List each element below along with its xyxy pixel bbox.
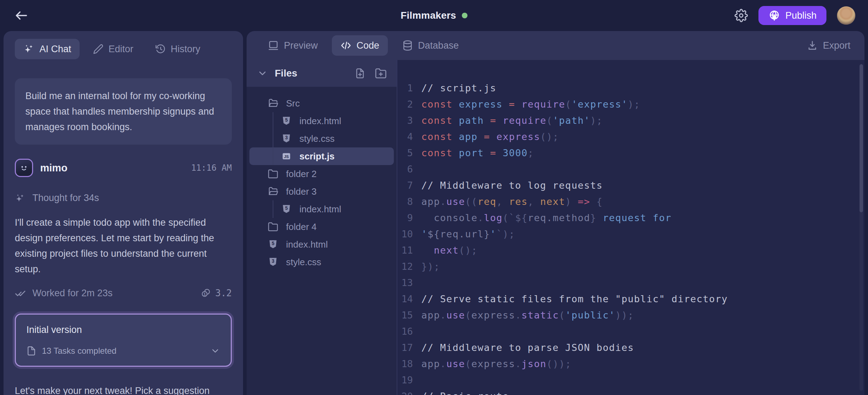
version-card[interactable]: Initial version 13 Tasks completed [15, 314, 232, 367]
file-tree-item[interactable]: 5index.html [249, 112, 394, 130]
new-folder-button[interactable] [375, 67, 387, 79]
workspace-panel: Preview Code Database Export [247, 31, 864, 395]
publish-button[interactable]: Publish [758, 6, 826, 25]
code-line: 7// Middleware to log requests [397, 177, 864, 193]
code-line: 16 [397, 323, 864, 339]
agent-response: I'll create a simple todo app with the s… [15, 215, 228, 277]
svg-text:1: 1 [204, 292, 206, 296]
database-icon [402, 40, 413, 51]
code-line: 10'${req.url}'`); [397, 226, 864, 242]
code-line: 18app.use(express.json()); [397, 356, 864, 372]
code-icon [340, 40, 352, 51]
tab-label: History [171, 44, 200, 55]
svg-text:3: 3 [272, 259, 274, 264]
agent-name: mimo [40, 162, 67, 174]
file-tree: Src5index.html3style.cssJSscript.jsfolde… [247, 87, 397, 395]
settings-button[interactable] [734, 9, 748, 22]
line-number: 1 [397, 83, 421, 93]
code-text: app.use(express.static('public')); [421, 310, 634, 321]
svg-text:5: 5 [285, 117, 288, 123]
code-line: 17// Middleware to parse JSON bodies [397, 339, 864, 356]
css-icon: 3 [281, 133, 292, 144]
history-icon [155, 44, 166, 54]
line-number: 13 [397, 277, 421, 288]
code-text: // Middleware to log requests [421, 180, 603, 191]
worked-label: Worked for 2m 23s [32, 288, 113, 299]
gear-icon [734, 9, 748, 22]
code-text: const port = 3000; [421, 147, 534, 158]
tab-database[interactable]: Database [393, 35, 467, 56]
file-tree-item[interactable]: 5index.html [249, 200, 394, 218]
user-avatar[interactable] [837, 6, 855, 25]
code-line: 3const path = require('path'); [397, 112, 864, 128]
file-tree-item[interactable]: folder 2 [249, 165, 394, 183]
file-tree-item[interactable]: folder 3 [249, 183, 394, 200]
line-number: 14 [397, 293, 421, 304]
indent-guide [273, 200, 273, 218]
thought-label: Thought for 34s [32, 193, 99, 203]
css-icon: 3 [268, 257, 278, 267]
code-line: 4const app = express(); [397, 128, 864, 145]
tab-code[interactable]: Code [332, 35, 388, 56]
html-icon: 5 [281, 204, 292, 214]
new-file-button[interactable] [354, 68, 366, 79]
code-editor[interactable]: 1// script.js2const express = require('e… [397, 60, 864, 395]
files-panel-title: Files [275, 68, 297, 79]
html-icon: 5 [281, 116, 292, 126]
chevron-down-icon[interactable] [210, 346, 220, 356]
file-name: style.css [299, 133, 335, 144]
scrollbar-thumb[interactable] [860, 64, 863, 212]
chat-tabs: AI Chat Editor History [15, 39, 232, 59]
tab-ai-chat[interactable]: AI Chat [15, 39, 80, 59]
status-dot [462, 13, 467, 18]
line-number: 5 [397, 147, 421, 158]
file-tree-item[interactable]: folder 4 [249, 218, 394, 236]
tab-history[interactable]: History [147, 39, 209, 59]
line-number: 8 [397, 196, 421, 207]
file-tree-item[interactable]: Src [249, 95, 394, 112]
credits-counter: 1 3.2 [200, 288, 232, 298]
pencil-icon [93, 44, 104, 54]
line-number: 2 [397, 99, 421, 110]
line-number: 11 [397, 245, 421, 256]
code-text: next(); [421, 245, 478, 256]
page-title: Filmmakers [401, 10, 456, 21]
code-text: app.use(express.json()); [421, 358, 571, 369]
line-number: 10 [397, 229, 421, 239]
file-tree-item[interactable]: 3style.css [249, 130, 394, 147]
worked-summary: Worked for 2m 23s 1 3.2 [15, 287, 232, 299]
chevron-down-icon[interactable] [257, 68, 268, 79]
code-line: 5const port = 3000; [397, 145, 864, 161]
code-text: // Basic route [421, 391, 509, 395]
sparkles-icon [23, 43, 35, 55]
line-number: 6 [397, 164, 421, 175]
chat-panel: AI Chat Editor History Build me an inter… [4, 31, 243, 395]
files-panel: Files [247, 60, 397, 395]
code-line: 8app.use((req, res, next) => { [397, 193, 864, 209]
export-button[interactable]: Export [807, 40, 850, 51]
svg-text:5: 5 [285, 206, 288, 211]
editor-scrollbar [860, 64, 863, 391]
user-message: Build me an internal tool for my co-work… [15, 78, 232, 145]
thought-summary[interactable]: Thought for 34s [15, 193, 232, 203]
code-line: 13 [397, 274, 864, 291]
code-line: 19 [397, 372, 864, 388]
file-tree-item[interactable]: 5index.html [249, 236, 394, 253]
code-line: 15app.use(express.static('public')); [397, 307, 864, 323]
file-tree-item[interactable]: 3style.css [249, 253, 394, 271]
indent-guide [273, 147, 273, 165]
code-line: 14// Serve static files from the "public… [397, 291, 864, 307]
tab-preview[interactable]: Preview [259, 35, 326, 56]
line-number: 19 [397, 375, 421, 385]
svg-text:JS: JS [284, 154, 289, 159]
code-line: 20// Basic route [397, 388, 864, 395]
version-title: Initial version [26, 324, 220, 335]
coins-icon: 1 [200, 288, 211, 298]
tasks-completed-label: 13 Tasks completed [42, 346, 117, 356]
file-tree-item[interactable]: JSscript.js [249, 147, 394, 165]
line-number: 9 [397, 212, 421, 223]
code-line: 11 next(); [397, 242, 864, 258]
code-line: 12}); [397, 258, 864, 274]
back-button[interactable] [13, 7, 30, 24]
tab-editor[interactable]: Editor [85, 39, 142, 59]
